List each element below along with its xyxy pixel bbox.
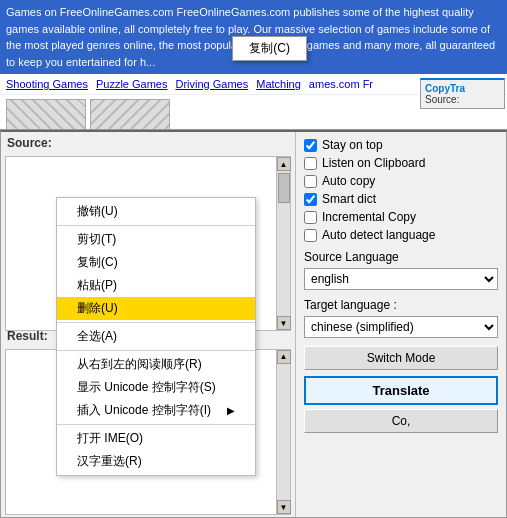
cm-sep-1 xyxy=(57,225,255,226)
checkbox-smart-dict: Smart dict xyxy=(304,192,498,206)
checkbox-listen-clipboard-label: Listen on Clipboard xyxy=(322,156,425,170)
translator-panel: Source: ▲ ▼ 撤销(U) 剪切(T) 复制(C) 粘贴(P) xyxy=(0,130,507,518)
source-section: Source: ▲ ▼ 撤销(U) 剪切(T) 复制(C) 粘贴(P) xyxy=(1,132,295,325)
link-driving[interactable]: Driving Games xyxy=(175,78,248,90)
right-panel: Stay on top Listen on Clipboard Auto cop… xyxy=(296,132,506,517)
context-menu: 撤销(U) 剪切(T) 复制(C) 粘贴(P) 删除(U) 全选(A) 从右到左… xyxy=(56,197,256,476)
checkbox-auto-detect: Auto detect language xyxy=(304,228,498,242)
result-scroll-up[interactable]: ▲ xyxy=(277,350,291,364)
checkbox-smart-dict-input[interactable] xyxy=(304,193,317,206)
copytrans-popup: CopyTra Source: xyxy=(420,78,505,109)
cm-undo[interactable]: 撤销(U) xyxy=(57,200,255,223)
result-scroll-down[interactable]: ▼ xyxy=(277,500,291,514)
checkbox-incremental-copy-input[interactable] xyxy=(304,211,317,224)
link-matching[interactable]: Matching xyxy=(256,78,301,90)
scroll-up-arrow[interactable]: ▲ xyxy=(277,157,291,171)
cm-open-ime[interactable]: 打开 IME(O) xyxy=(57,427,255,450)
target-language-label: Target language : xyxy=(304,298,498,312)
checkbox-auto-copy: Auto copy xyxy=(304,174,498,188)
small-context-menu[interactable]: 复制(C) xyxy=(232,36,307,61)
copy-button[interactable]: Co, xyxy=(304,409,498,433)
link-shooting[interactable]: Shooting Games xyxy=(6,78,88,90)
checkbox-auto-detect-label: Auto detect language xyxy=(322,228,435,242)
translate-button[interactable]: Translate xyxy=(304,376,498,405)
cm-cut[interactable]: 剪切(T) xyxy=(57,228,255,251)
source-scrollbar[interactable]: ▲ ▼ xyxy=(276,157,290,330)
browser-thumbnail-2 xyxy=(90,99,170,130)
scroll-thumb[interactable] xyxy=(278,173,290,203)
checkbox-smart-dict-label: Smart dict xyxy=(322,192,376,206)
cm-rtl[interactable]: 从右到左的阅读顺序(R) xyxy=(57,353,255,376)
left-panel: Source: ▲ ▼ 撤销(U) 剪切(T) 复制(C) 粘贴(P) xyxy=(1,132,296,517)
checkbox-stay-on-top: Stay on top xyxy=(304,138,498,152)
submenu-arrow: ▶ xyxy=(227,405,235,416)
cm-sep-3 xyxy=(57,350,255,351)
cm-reconvert[interactable]: 汉字重选(R) xyxy=(57,450,255,473)
link-puzzle[interactable]: Puzzle Games xyxy=(96,78,168,90)
cm-sep-4 xyxy=(57,424,255,425)
cm-show-unicode[interactable]: 显示 Unicode 控制字符(S) xyxy=(57,376,255,399)
cm-paste[interactable]: 粘贴(P) xyxy=(57,274,255,297)
cm-sep-2 xyxy=(57,322,255,323)
source-textarea-container: ▲ ▼ 撤销(U) 剪切(T) 复制(C) 粘贴(P) 删除(U) 全选(A) xyxy=(5,156,291,331)
browser-area: Games on FreeOnlineGames.com FreeOnlineG… xyxy=(0,0,507,130)
copytrans-source: Source: xyxy=(425,94,500,105)
source-language-select[interactable]: english xyxy=(304,268,498,290)
checkbox-stay-on-top-label: Stay on top xyxy=(322,138,383,152)
checkbox-incremental-copy: Incremental Copy xyxy=(304,210,498,224)
scroll-down-arrow[interactable]: ▼ xyxy=(277,316,291,330)
result-scrollbar[interactable]: ▲ ▼ xyxy=(276,350,290,515)
target-language-select[interactable]: chinese (simplified) xyxy=(304,316,498,338)
cm-select-all[interactable]: 全选(A) xyxy=(57,325,255,348)
checkbox-auto-detect-input[interactable] xyxy=(304,229,317,242)
browser-thumbnail-1 xyxy=(6,99,86,130)
switch-mode-button[interactable]: Switch Mode xyxy=(304,346,498,370)
cm-insert-unicode[interactable]: 插入 Unicode 控制字符(I) ▶ xyxy=(57,399,255,422)
copytrans-title: CopyTra xyxy=(425,83,500,94)
small-context-menu-copy[interactable]: 复制(C) xyxy=(233,39,306,58)
checkbox-auto-copy-input[interactable] xyxy=(304,175,317,188)
checkbox-incremental-copy-label: Incremental Copy xyxy=(322,210,416,224)
source-language-label: Source Language xyxy=(304,250,498,264)
checkbox-stay-on-top-input[interactable] xyxy=(304,139,317,152)
checkbox-listen-clipboard: Listen on Clipboard xyxy=(304,156,498,170)
checkbox-auto-copy-label: Auto copy xyxy=(322,174,375,188)
checkbox-listen-clipboard-input[interactable] xyxy=(304,157,317,170)
cm-copy[interactable]: 复制(C) xyxy=(57,251,255,274)
source-label: Source: xyxy=(1,132,295,154)
cm-delete[interactable]: 删除(U) xyxy=(57,297,255,320)
